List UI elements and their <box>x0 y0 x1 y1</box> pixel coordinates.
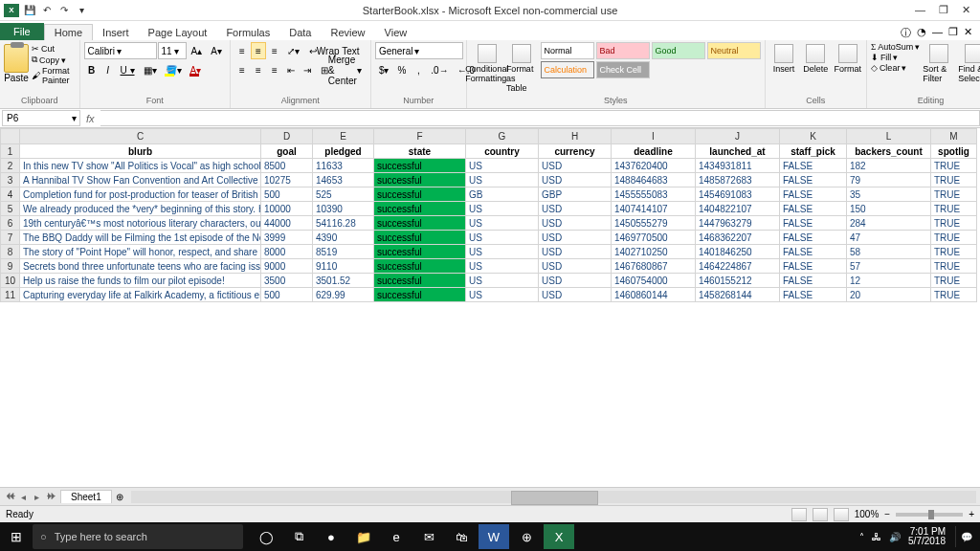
grow-font-button[interactable]: A▴ <box>188 42 207 59</box>
comma-button[interactable]: , <box>411 61 426 78</box>
table-row[interactable]: 9 Secrets bond three unfortunate teens w… <box>1 259 977 274</box>
view-break-button[interactable] <box>834 508 849 521</box>
sort-filter-button[interactable]: Sort & Filter <box>923 42 955 83</box>
col-c[interactable]: C <box>20 129 261 144</box>
fill-color-button[interactable]: 🪣▾ <box>162 61 186 78</box>
col-l[interactable]: L <box>847 129 931 144</box>
percent-button[interactable]: % <box>393 61 410 78</box>
paste-icon[interactable] <box>4 44 29 73</box>
delete-cells-button[interactable]: Delete <box>801 42 830 74</box>
col-f[interactable]: F <box>374 129 466 144</box>
decrease-indent-button[interactable]: ⇤ <box>283 61 299 78</box>
sheet-tab[interactable]: Sheet1 <box>60 490 112 503</box>
table-row[interactable]: 4 Completion fund for post-production fo… <box>1 187 977 202</box>
chrome-icon[interactable]: ● <box>316 524 346 549</box>
horizontal-scrollbar[interactable] <box>131 491 976 503</box>
edge-icon[interactable]: e <box>381 524 412 549</box>
align-middle-button[interactable]: ≡ <box>251 42 266 59</box>
ribbon-help-icon[interactable]: ⓘ <box>901 26 911 40</box>
name-box[interactable]: P6▾ <box>2 110 80 126</box>
font-name-select[interactable]: Calibri▾ <box>84 42 157 59</box>
paste-button[interactable]: Paste <box>4 73 29 83</box>
copy-button[interactable]: ⧉Copy ▾ <box>32 55 76 65</box>
align-right-button[interactable]: ≡ <box>267 61 282 78</box>
redo-icon[interactable]: ↷ <box>57 4 71 17</box>
orientation-button[interactable]: ⤢▾ <box>283 42 303 59</box>
tab-review[interactable]: Review <box>321 25 374 40</box>
network-icon[interactable]: 🖧 <box>872 532 881 542</box>
tab-last-icon[interactable]: ⯮ <box>44 492 56 502</box>
format-as-table-button[interactable]: Format as Table <box>506 42 538 93</box>
header-row[interactable]: 1 blurbgoalpledgedstatecountrycurrencyde… <box>1 144 977 159</box>
increase-decimal-button[interactable]: .0→ <box>427 61 452 78</box>
find-select-button[interactable]: Find & Select <box>958 42 980 83</box>
zoom-slider[interactable] <box>896 513 963 517</box>
format-cells-button[interactable]: Format <box>834 42 862 74</box>
grid-area[interactable]: C D E F G H I J K L M 1 blurbgoalpledged… <box>0 128 980 487</box>
conditional-formatting-button[interactable]: Conditional Formatting <box>471 42 503 83</box>
cut-button[interactable]: ✂Cut <box>32 44 76 54</box>
fx-icon[interactable]: fx <box>80 113 100 124</box>
minimize-button[interactable]: — <box>915 4 925 16</box>
notifications-icon[interactable]: 💬 <box>955 526 976 547</box>
font-color-button[interactable]: A▾ <box>187 61 206 78</box>
select-all-button[interactable] <box>1 129 20 144</box>
border-button[interactable]: ▦▾ <box>140 61 161 78</box>
word-icon[interactable]: W <box>479 524 509 549</box>
ribbon-rest-icon[interactable]: — <box>932 26 943 40</box>
tab-next-icon[interactable]: ▸ <box>31 492 43 502</box>
table-row[interactable]: 6 19th centuryâ€™s most notorious litera… <box>1 216 977 231</box>
table-row[interactable]: 2 In this new TV show "All Politics is V… <box>1 159 977 173</box>
col-i[interactable]: I <box>612 129 696 144</box>
store-icon[interactable]: 🛍 <box>446 524 477 549</box>
style-good[interactable]: Good <box>652 42 705 59</box>
cell-styles-gallery[interactable]: Normal Bad Good Neutral Calculation Chec… <box>541 42 761 78</box>
view-layout-button[interactable] <box>813 508 828 521</box>
close-button[interactable]: ✕ <box>962 4 970 16</box>
table-row[interactable]: 10 Help us raise the funds to film our p… <box>1 274 977 288</box>
table-row[interactable]: 3 A Hannibal TV Show Fan Convention and … <box>1 173 977 187</box>
taskview-icon[interactable]: ⧉ <box>283 524 314 549</box>
start-button[interactable]: ⊞ <box>0 529 33 544</box>
ribbon-close-icon[interactable]: ✕ <box>964 26 972 40</box>
table-row[interactable]: 11 Capturing everyday life at Falkirk Ac… <box>1 288 977 302</box>
qa-dropdown-icon[interactable]: ▾ <box>75 4 88 17</box>
currency-button[interactable]: $▾ <box>375 61 393 78</box>
col-k[interactable]: K <box>780 129 847 144</box>
style-bad[interactable]: Bad <box>596 42 650 59</box>
undo-icon[interactable]: ↶ <box>40 4 54 17</box>
italic-button[interactable]: I <box>100 61 116 78</box>
format-painter-button[interactable]: 🖌Format Painter <box>32 66 76 85</box>
col-d[interactable]: D <box>261 129 313 144</box>
excel-task-icon[interactable]: X <box>544 524 574 549</box>
align-top-button[interactable]: ≡ <box>234 42 250 59</box>
insert-cells-button[interactable]: Insert <box>769 42 798 74</box>
tab-formulas[interactable]: Formulas <box>216 25 279 40</box>
tab-file[interactable]: File <box>0 23 44 40</box>
zoom-out-button[interactable]: − <box>884 509 890 519</box>
formula-input[interactable] <box>100 110 980 126</box>
merge-center-button[interactable]: ⊞Merge & Center▾ <box>316 61 367 78</box>
font-size-select[interactable]: 11▾ <box>158 42 187 59</box>
col-m[interactable]: M <box>931 129 977 144</box>
table-row[interactable]: 5 We already produced the *very* beginni… <box>1 202 977 216</box>
tab-page-layout[interactable]: Page Layout <box>139 25 217 40</box>
new-sheet-icon[interactable]: ⊕ <box>112 492 127 502</box>
taskbar-search[interactable]: ○Type here to search <box>33 524 243 549</box>
tab-prev-icon[interactable]: ◂ <box>17 492 30 502</box>
autosum-button[interactable]: ΣAutoSum ▾ <box>871 42 920 52</box>
align-bottom-button[interactable]: ≡ <box>267 42 282 59</box>
ribbon-minimize-icon[interactable]: ◔ <box>917 26 926 40</box>
app-icon[interactable]: ⊕ <box>511 524 542 549</box>
cortana-icon[interactable]: ◯ <box>251 524 281 549</box>
increase-indent-button[interactable]: ⇥ <box>300 61 315 78</box>
col-j[interactable]: J <box>696 129 780 144</box>
mail-icon[interactable]: ✉ <box>413 524 444 549</box>
style-normal[interactable]: Normal <box>541 42 594 59</box>
zoom-in-button[interactable]: + <box>969 509 974 519</box>
style-neutral[interactable]: Neutral <box>707 42 761 59</box>
col-e[interactable]: E <box>313 129 374 144</box>
bold-button[interactable]: B <box>84 61 100 78</box>
ribbon-win-icon[interactable]: ❐ <box>948 26 958 40</box>
clear-button[interactable]: ◇Clear ▾ <box>871 63 920 73</box>
